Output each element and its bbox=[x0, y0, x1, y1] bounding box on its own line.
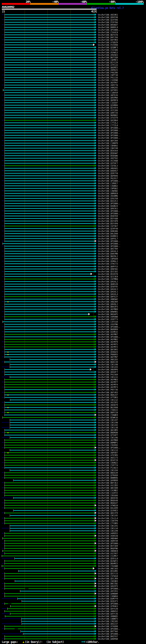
hit-row[interactable]: UniRef100_C0PQ62 bbox=[0, 187, 146, 190]
hit-row[interactable]: UniRef100_B9W9B1 bbox=[0, 310, 146, 313]
hit-row[interactable]: UniRef100_A6YM88 bbox=[0, 439, 146, 441]
hit-row[interactable]: UniRef100_Q3THC7 bbox=[0, 162, 146, 164]
hit-row[interactable]: UniRef100_Q2XTD6 bbox=[0, 18, 146, 21]
hit-row[interactable]: UniRef100_B0E639 bbox=[0, 472, 146, 474]
hit-label[interactable]: UniRef100_Q5R7Y8 bbox=[98, 172, 118, 174]
hit-label[interactable]: UniRef100_C8CLS1 bbox=[98, 376, 118, 378]
hit-row[interactable]: UniRef100_C8CLR5 bbox=[0, 514, 146, 517]
alignment-bar[interactable] bbox=[5, 508, 95, 508]
hit-row[interactable]: UniRef100_C6TMR0 bbox=[0, 278, 146, 280]
hit-label[interactable]: UniRef100_C5DWK9 bbox=[98, 414, 118, 416]
hit-row[interactable]: UniRef100_A0C103 bbox=[0, 567, 146, 570]
alignment-bar[interactable] bbox=[5, 256, 95, 256]
hit-row[interactable]: UniRef100_UPI000.. bbox=[0, 210, 146, 212]
alignment-bar[interactable] bbox=[5, 118, 95, 118]
hit-label[interactable]: UniRef100_Q2I3E8 bbox=[98, 276, 118, 278]
hit-row[interactable]: UniRef100_A9Z0M6 bbox=[0, 195, 146, 197]
hit-label[interactable]: UniRef100_C8CLR7 bbox=[98, 419, 118, 421]
hit-label[interactable]: UniRef100_Q3UJS0 bbox=[98, 198, 118, 200]
hit-label[interactable]: UniRef100_A7P133 bbox=[98, 64, 118, 66]
hit-row[interactable]: UniRef100_UPI000.. bbox=[0, 587, 146, 590]
hit-label[interactable]: UniRef100_Q6RYS3 bbox=[98, 266, 118, 268]
alignment-bar[interactable] bbox=[5, 173, 95, 174]
hit-row[interactable]: UniRef100_P62917 bbox=[0, 177, 146, 180]
hit-label[interactable]: UniRef100_Q9FEZ7 bbox=[98, 296, 118, 298]
hit-label[interactable]: UniRef100_UPI000.. bbox=[98, 633, 121, 635]
alignment-bar[interactable] bbox=[5, 329, 95, 330]
alignment-bar[interactable] bbox=[5, 352, 95, 352]
hit-row[interactable]: UniRef100_A6YM72 bbox=[0, 346, 146, 348]
alignment-bar[interactable] bbox=[8, 608, 95, 609]
hit-row[interactable]: UniRef100_B0Z9L2 bbox=[0, 255, 146, 258]
hit-label[interactable]: UniRef100_Q7RGK3 bbox=[98, 605, 118, 608]
alignment-bar[interactable] bbox=[5, 120, 95, 120]
hit-label[interactable]: UniRef100_UPI000.. bbox=[98, 132, 121, 134]
hit-label[interactable]: UniRef100_C3ZEN8 bbox=[98, 79, 118, 81]
hit-label[interactable]: UniRef100_C0PT38 bbox=[98, 74, 118, 76]
hit-label[interactable]: UniRef100_Q29FA8 bbox=[98, 228, 118, 230]
alignment-bar[interactable] bbox=[5, 30, 95, 30]
alignment-bar[interactable] bbox=[5, 536, 95, 536]
hit-row[interactable]: UniRef100_C1EE87 bbox=[0, 102, 146, 104]
hit-label[interactable]: UniRef100_A9ZT82 bbox=[98, 157, 118, 160]
alignment-bar[interactable] bbox=[5, 430, 95, 430]
hit-label[interactable]: UniRef100_Q9Z237 bbox=[98, 623, 118, 625]
hit-label[interactable]: UniRef100_A0D4W4 bbox=[98, 537, 118, 540]
alignment-bar[interactable] bbox=[5, 70, 95, 70]
hit-row[interactable]: UniRef100_Q6F483 bbox=[0, 391, 146, 394]
alignment-bar[interactable] bbox=[5, 163, 95, 164]
hit-row[interactable]: UniRef100_C0PQX8 bbox=[0, 258, 146, 260]
hit-row[interactable]: UniRef100_C9SPQ5 bbox=[0, 444, 146, 446]
alignment-bar[interactable] bbox=[5, 218, 95, 219]
hit-row[interactable]: UniRef100_B9RPL9 bbox=[0, 26, 146, 28]
alignment-bar[interactable] bbox=[5, 457, 95, 458]
alignment-bar[interactable] bbox=[5, 34, 95, 35]
alignment-bar[interactable] bbox=[14, 510, 95, 511]
hit-row[interactable]: UniRef100_UPI000.. bbox=[0, 136, 146, 139]
hit-label[interactable]: UniRef100_C8CLR5 bbox=[98, 514, 118, 517]
alignment-bar[interactable] bbox=[5, 246, 95, 246]
hit-row[interactable]: UniRef100_A6YM73 bbox=[0, 386, 146, 388]
hit-label[interactable]: UniRef100_Q4UIP3 bbox=[98, 585, 118, 587]
hit-row[interactable]: UniRef100_Q5R7Y8 bbox=[0, 172, 146, 174]
hit-label[interactable]: UniRef100_UPI000.. bbox=[98, 242, 121, 245]
hit-label[interactable]: UniRef100_B4DVG7 bbox=[98, 170, 118, 172]
alignment-bar[interactable] bbox=[5, 27, 95, 28]
hit-label[interactable]: UniRef100_A9YZV1 bbox=[98, 590, 118, 592]
alignment-bar[interactable] bbox=[5, 362, 95, 362]
alignment-bar[interactable] bbox=[5, 274, 91, 274]
hit-label[interactable]: UniRef100_C8CLR6 bbox=[98, 436, 118, 439]
alignment-bar[interactable] bbox=[5, 77, 95, 78]
alignment-bar[interactable] bbox=[5, 170, 95, 171]
alignment-bar[interactable] bbox=[5, 183, 95, 184]
hit-row[interactable]: UniRef100_C8CLS0 bbox=[0, 426, 146, 429]
alignment-bar[interactable] bbox=[5, 112, 95, 113]
hit-label[interactable]: UniRef100_C4QWG6 bbox=[98, 595, 118, 598]
hit-row[interactable]: UniRef100_Q4N6W9 bbox=[0, 592, 146, 595]
hit-row[interactable]: UniRef100_B5FXQ0 bbox=[0, 217, 146, 220]
hit-label[interactable]: UniRef100_UPI000.. bbox=[98, 129, 121, 132]
hit-row[interactable]: UniRef100_A2I3X6 bbox=[0, 109, 146, 112]
hit-row[interactable]: UniRef100_B5DGW6 bbox=[0, 154, 146, 157]
hit-label[interactable]: UniRef100_Q4PSL7 bbox=[98, 238, 118, 240]
hit-row[interactable]: UniRef100_A8U9P6 bbox=[0, 368, 146, 371]
hit-label[interactable]: UniRef100_C8CLR0 bbox=[98, 422, 118, 424]
hit-row[interactable]: UniRef100_A3GFN6 bbox=[0, 323, 146, 326]
alignment-bar[interactable] bbox=[5, 22, 95, 22]
hit-label[interactable]: UniRef100_A8U9P6 bbox=[98, 368, 118, 371]
hit-label[interactable]: UniRef100_Q6PBF0 bbox=[98, 99, 118, 102]
hit-label[interactable]: UniRef100_C0PQ62 bbox=[98, 187, 118, 190]
hit-row[interactable]: UniRef100_Q9U9L2 bbox=[0, 303, 146, 306]
hit-label[interactable]: UniRef100_A4R955 bbox=[98, 532, 118, 534]
hit-row[interactable]: UniRef100_P25998 bbox=[0, 44, 146, 46]
hit-row[interactable]: UniRef100_B5KFK9 bbox=[0, 215, 146, 217]
alignment-bar[interactable] bbox=[5, 578, 95, 579]
hit-label[interactable]: UniRef100_C4WSN2 bbox=[98, 190, 118, 192]
hit-row[interactable]: UniRef100_Q8ITB4 bbox=[0, 248, 146, 250]
hit-row[interactable]: UniRef100_B5XCK4 bbox=[0, 150, 146, 152]
alignment-bar[interactable] bbox=[5, 435, 95, 436]
hit-label[interactable]: UniRef100_B4F9R4 bbox=[98, 39, 118, 41]
hit-row[interactable]: UniRef100_Q5D1L8 bbox=[0, 557, 146, 560]
hit-label[interactable]: UniRef100_A5JVQ0 bbox=[98, 160, 118, 162]
hit-label[interactable]: UniRef100_B2YI29 bbox=[98, 62, 118, 64]
